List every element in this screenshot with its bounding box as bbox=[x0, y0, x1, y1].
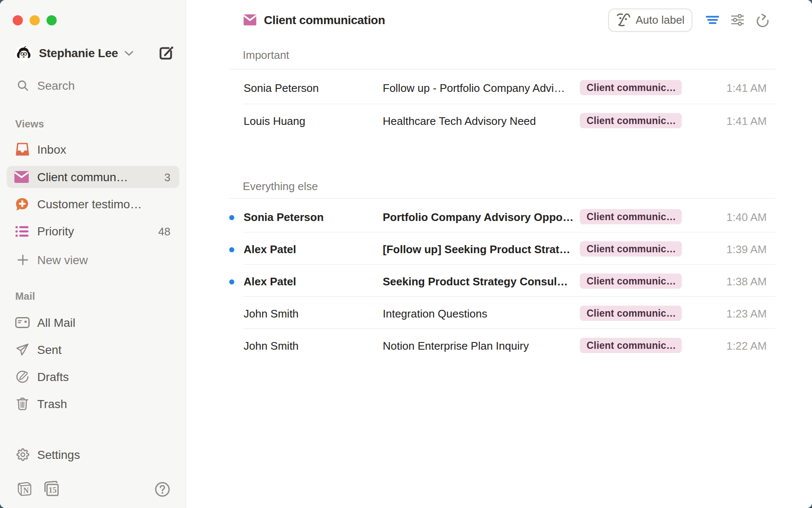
svg-text:15: 15 bbox=[49, 486, 57, 494]
svg-text:N: N bbox=[23, 486, 29, 495]
